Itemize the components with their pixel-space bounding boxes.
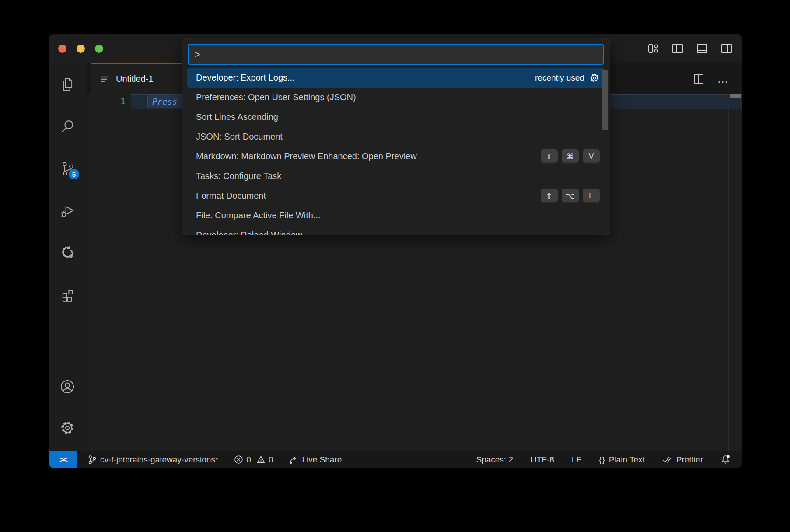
editor-ruler	[653, 94, 653, 451]
toggle-primary-sidebar-icon[interactable]	[671, 42, 684, 55]
key-shift: ⇧	[541, 149, 558, 164]
warning-icon	[256, 455, 266, 464]
live-share-label: Live Share	[302, 455, 342, 465]
command-item[interactable]: Preferences: Open User Settings (JSON)	[187, 88, 605, 107]
svg-text:}: }	[70, 248, 74, 258]
keybinding: ⇧ ⌘ V	[541, 149, 600, 164]
notifications-bell[interactable]	[720, 455, 731, 465]
command-item[interactable]: Tasks: Configure Task	[187, 166, 605, 186]
braces-icon: {}	[599, 455, 605, 465]
live-share-status-item[interactable]: Live Share	[289, 455, 342, 465]
minimize-window-button[interactable]	[77, 45, 85, 53]
search-icon[interactable]	[59, 119, 75, 134]
settings-gear-icon[interactable]	[59, 420, 75, 436]
warning-count: 0	[269, 455, 273, 465]
branch-name: cv-f-jetbrains-gateway-versions*	[100, 455, 218, 465]
explorer-icon[interactable]	[59, 77, 75, 92]
remote-icon: ><	[59, 455, 66, 465]
customize-layout-icon[interactable]	[647, 42, 660, 55]
key-option: ⌥	[562, 189, 579, 203]
key-f: F	[583, 189, 600, 203]
double-check-icon	[662, 455, 673, 464]
command-item[interactable]: Format Document ⇧ ⌥ F	[187, 186, 605, 206]
branch-status-item[interactable]: cv-f-jetbrains-gateway-versions*	[87, 455, 218, 465]
zoom-window-button[interactable]	[95, 45, 103, 53]
toggle-panel-icon[interactable]	[696, 42, 709, 55]
split-editor-icon[interactable]	[692, 73, 705, 85]
accounts-icon[interactable]	[59, 379, 75, 395]
formatter-label: Prettier	[676, 455, 703, 465]
error-count: 0	[246, 455, 251, 465]
language-mode-label: Plain Text	[609, 455, 645, 465]
key-cmd: ⌘	[562, 149, 579, 164]
line-number: 1	[86, 96, 126, 106]
formatter-status-item[interactable]: Prettier	[662, 455, 703, 465]
indentation-status-item[interactable]: Spaces: 2	[476, 455, 514, 465]
source-control-icon[interactable]: 5	[59, 161, 75, 176]
problems-status-item[interactable]: 0 0	[234, 455, 273, 465]
source-control-badge: 5	[69, 169, 79, 179]
key-shift: ⇧	[541, 189, 558, 203]
error-icon	[234, 455, 243, 464]
inline-suggestion-hint: Press	[147, 95, 182, 108]
language-mode-status-item[interactable]: {} Plain Text	[599, 455, 645, 465]
keybinding: ⇧ ⌥ F	[541, 189, 600, 203]
palette-scrollbar[interactable]	[602, 70, 608, 130]
remote-indicator[interactable]: ><	[49, 451, 77, 468]
activity-bar: 5 }	[49, 63, 86, 451]
ghost-text: Press	[152, 97, 177, 106]
run-and-debug-icon[interactable]	[59, 203, 75, 218]
eol-status-item[interactable]: LF	[572, 455, 581, 465]
file-list-icon	[100, 74, 110, 84]
command-item[interactable]: Markdown: Markdown Preview Enhanced: Ope…	[187, 147, 605, 166]
command-item[interactable]: JSON: Sort Document	[187, 127, 605, 147]
command-input[interactable]	[188, 44, 604, 65]
command-item[interactable]: Developer: Reload Window	[187, 225, 605, 235]
extension-view-icon[interactable]: }	[59, 245, 75, 260]
bell-icon	[720, 455, 731, 465]
command-item[interactable]: File: Compare Active File With...	[187, 206, 605, 225]
toggle-secondary-sidebar-icon[interactable]	[720, 42, 733, 55]
close-window-button[interactable]	[58, 45, 66, 53]
tab-title: Untitled-1	[116, 74, 154, 84]
command-item[interactable]: Sort Lines Ascending	[187, 107, 605, 127]
status-bar: >< cv-f-jetbrains-gateway-versions* 0 0	[49, 451, 742, 468]
command-list: Developer: Export Logs... recently used …	[182, 68, 610, 235]
scrollbar-gutter-divider	[728, 94, 729, 451]
command-item[interactable]: Developer: Export Logs... recently used	[187, 68, 605, 88]
window-controls	[49, 45, 103, 53]
key-v: V	[583, 149, 600, 164]
live-share-icon	[289, 455, 298, 465]
encoding-status-item[interactable]: UTF-8	[531, 455, 554, 465]
notification-dot	[727, 455, 729, 458]
configure-keybinding-gear-icon[interactable]	[589, 73, 600, 83]
overview-ruler-marker[interactable]	[730, 94, 741, 98]
command-palette: Developer: Export Logs... recently used …	[182, 38, 610, 235]
extensions-icon[interactable]	[59, 287, 75, 302]
git-branch-icon	[87, 455, 97, 465]
recently-used-label: recently used	[535, 73, 584, 83]
more-actions-icon[interactable]: …	[717, 77, 730, 81]
